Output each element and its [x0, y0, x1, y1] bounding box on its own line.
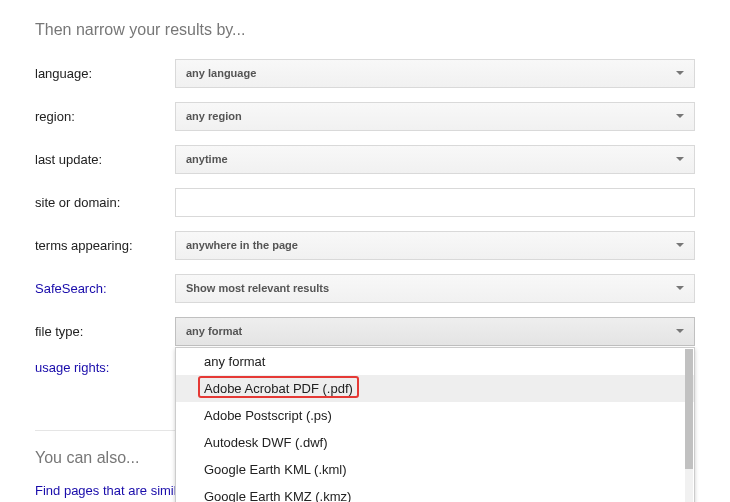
- caret-down-icon: [676, 286, 684, 290]
- select-region[interactable]: any region: [175, 102, 695, 131]
- dropdown-option[interactable]: Autodesk DWF (.dwf): [176, 429, 694, 456]
- select-language-value: any language: [186, 67, 256, 79]
- select-language[interactable]: any language: [175, 59, 695, 88]
- select-file-type-value: any format: [186, 325, 242, 337]
- dropdown-option[interactable]: any format: [176, 348, 694, 375]
- select-terms-appearing-value: anywhere in the page: [186, 239, 298, 251]
- select-region-value: any region: [186, 110, 242, 122]
- dropdown-option[interactable]: Google Earth KMZ (.kmz): [176, 483, 694, 502]
- highlight-annotation: [198, 376, 359, 398]
- form-rows: language: any language region: any regio…: [35, 59, 695, 375]
- label-site-or-domain: site or domain:: [35, 195, 175, 210]
- label-region: region:: [35, 109, 175, 124]
- label-usage-rights[interactable]: usage rights:: [35, 360, 175, 375]
- select-terms-appearing[interactable]: anywhere in the page: [175, 231, 695, 260]
- label-file-type: file type:: [35, 324, 175, 339]
- caret-down-icon: [676, 243, 684, 247]
- row-file-type: file type: any format any formatAdobe Ac…: [35, 317, 695, 346]
- dropdown-option[interactable]: Adobe Postscript (.ps): [176, 402, 694, 429]
- row-site-or-domain: site or domain:: [35, 188, 695, 217]
- row-terms-appearing: terms appearing: anywhere in the page: [35, 231, 695, 260]
- select-safesearch[interactable]: Show most relevant results: [175, 274, 695, 303]
- caret-down-icon: [676, 114, 684, 118]
- dropdown-file-type: any formatAdobe Acrobat PDF (.pdf)Adobe …: [175, 347, 695, 502]
- scrollbar-thumb[interactable]: [685, 349, 693, 469]
- scrollbar[interactable]: [685, 349, 693, 502]
- label-language: language:: [35, 66, 175, 81]
- row-region: region: any region: [35, 102, 695, 131]
- label-terms-appearing: terms appearing:: [35, 238, 175, 253]
- select-last-update-value: anytime: [186, 153, 228, 165]
- section-title: Then narrow your results by...: [35, 20, 695, 41]
- dropdown-option[interactable]: Adobe Acrobat PDF (.pdf): [176, 375, 694, 402]
- label-safesearch[interactable]: SafeSearch:: [35, 281, 175, 296]
- select-file-type[interactable]: any format: [175, 317, 695, 346]
- input-site-or-domain[interactable]: [175, 188, 695, 217]
- caret-down-icon: [676, 329, 684, 333]
- dropdown-option[interactable]: Google Earth KML (.kml): [176, 456, 694, 483]
- caret-down-icon: [676, 157, 684, 161]
- label-last-update: last update:: [35, 152, 175, 167]
- select-last-update[interactable]: anytime: [175, 145, 695, 174]
- row-safesearch: SafeSearch: Show most relevant results: [35, 274, 695, 303]
- row-last-update: last update: anytime: [35, 145, 695, 174]
- caret-down-icon: [676, 71, 684, 75]
- row-language: language: any language: [35, 59, 695, 88]
- select-safesearch-value: Show most relevant results: [186, 282, 329, 294]
